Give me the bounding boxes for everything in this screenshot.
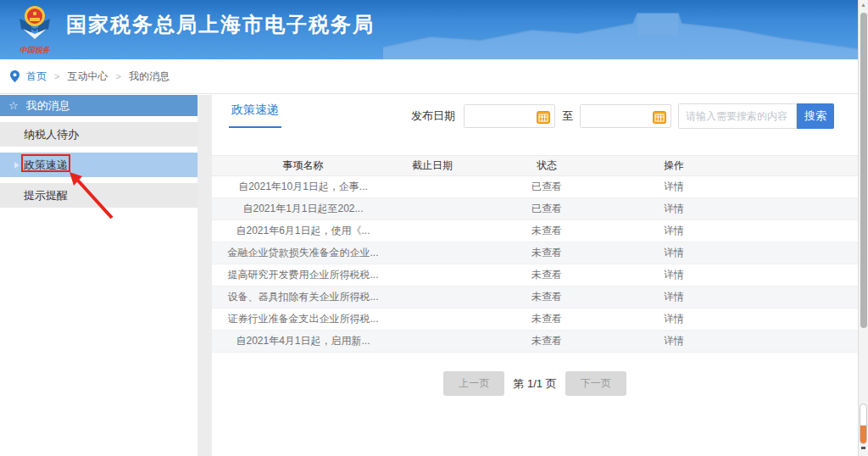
- deadline-cell: [394, 220, 470, 242]
- filler-cell: [725, 198, 858, 220]
- status-badge: 未查看: [470, 309, 623, 331]
- breadcrumb: 首页>互动中心>我的消息: [0, 59, 858, 94]
- prev-page-button[interactable]: 上一页: [443, 371, 504, 396]
- next-page-button[interactable]: 下一页: [565, 371, 626, 396]
- deadline-cell: [394, 176, 470, 198]
- sidebar-divider: [198, 95, 212, 456]
- location-pin-icon: [10, 70, 19, 82]
- sidebar-item-selected[interactable]: 政策速递: [0, 153, 198, 177]
- item-name-cell: 证券行业准备金支出企业所得税...: [212, 309, 394, 331]
- deadline-cell: [394, 264, 470, 286]
- item-name-cell: 自2021年1月1日起至202...: [212, 198, 394, 220]
- detail-link[interactable]: 详情: [623, 220, 725, 242]
- sidebar-header-my-messages: ☆ 我的消息: [0, 95, 198, 116]
- sidebar-item-label: 提示提醒: [24, 188, 68, 203]
- date-to-label: 至: [562, 108, 573, 124]
- great-wall-background: [383, 0, 858, 59]
- calendar-icon[interactable]: [537, 110, 550, 124]
- breadcrumb-item[interactable]: 互动中心: [67, 70, 108, 84]
- tax-bureau-emblem-icon: [16, 3, 53, 41]
- table-row[interactable]: 自2021年10月1日起，企事... 已查看 详情: [212, 176, 858, 198]
- status-badge: 已查看: [470, 198, 623, 220]
- detail-link[interactable]: 详情: [623, 264, 725, 286]
- calendar-icon[interactable]: [653, 110, 666, 124]
- status-badge: 已查看: [470, 176, 623, 198]
- scrollbar-thumb[interactable]: [860, 13, 867, 328]
- agency-logo: 中国税务: [11, 3, 58, 56]
- item-name-cell: 设备、器具扣除有关企业所得税...: [212, 286, 394, 309]
- deadline-cell: [394, 286, 470, 309]
- filler-cell: [725, 242, 858, 264]
- date-to-input[interactable]: [581, 105, 654, 127]
- panel-toolbar: 政策速递 发布日期 至: [212, 95, 858, 136]
- filler-cell: [725, 176, 858, 198]
- table-header: 事项名称截止日期状态操作: [212, 156, 858, 176]
- detail-link[interactable]: 详情: [623, 198, 725, 220]
- deadline-cell: [394, 331, 470, 353]
- breadcrumb-separator: >: [115, 71, 120, 81]
- filler-cell: [725, 264, 858, 286]
- column-header: 状态: [470, 156, 623, 176]
- vertical-scrollbar[interactable]: ▲: [858, 0, 868, 456]
- deadline-cell: [394, 309, 470, 331]
- item-name-cell: 自2021年4月1日起，启用新...: [212, 331, 394, 353]
- item-name-cell: 提高研究开发费用企业所得税税...: [212, 264, 394, 286]
- sidebar-item-[interactable]: 提示提醒: [0, 183, 198, 208]
- status-badge: 未查看: [470, 286, 623, 309]
- column-header: 事项名称: [212, 156, 394, 176]
- star-icon: ☆: [8, 99, 19, 112]
- scrollbar-tick: [861, 447, 865, 449]
- date-from-field[interactable]: [464, 104, 555, 128]
- search-input[interactable]: [678, 103, 797, 129]
- table-body: 自2021年10月1日起，企事... 已查看 详情 自2021年1月1日起至20…: [212, 176, 858, 353]
- table-row[interactable]: 证券行业准备金支出企业所得税... 未查看 详情: [212, 309, 858, 331]
- table-row[interactable]: 提高研究开发费用企业所得税税... 未查看 详情: [212, 264, 858, 286]
- date-from-input[interactable]: [465, 105, 537, 127]
- selected-marker-icon: [14, 162, 19, 169]
- page-title: 国家税务总局上海市电子税务局: [66, 0, 375, 49]
- breadcrumb-separator: >: [54, 71, 59, 81]
- sidebar-item-label: 纳税人待办: [24, 127, 79, 142]
- deadline-cell: [394, 198, 470, 220]
- item-name-cell: 自2021年10月1日起，企事...: [212, 176, 394, 198]
- table-row[interactable]: 自2021年4月1日起，启用新... 未查看 详情: [212, 331, 858, 353]
- sidebar-item-label: 政策速递: [24, 158, 68, 173]
- breadcrumb-item[interactable]: 我的消息: [129, 70, 170, 84]
- filler-cell: [725, 220, 858, 242]
- deadline-cell: [394, 242, 470, 264]
- app-header: 中国税务 国家税务总局上海市电子税务局: [0, 0, 858, 59]
- detail-link[interactable]: 详情: [623, 286, 725, 309]
- status-badge: 未查看: [470, 331, 623, 353]
- column-header: 截止日期: [394, 156, 470, 176]
- detail-link[interactable]: 详情: [623, 331, 725, 353]
- breadcrumb-item[interactable]: 首页: [26, 70, 47, 84]
- arrow-up-icon[interactable]: ▲: [859, 2, 868, 8]
- item-name-cell: 金融企业贷款损失准备金的企业...: [212, 242, 394, 264]
- item-name-cell: 自2021年6月1日起，使用《...: [212, 220, 394, 242]
- content-area: ☆ 我的消息 纳税人待办政策速递提示提醒 政策速递 发布日期: [0, 95, 858, 456]
- date-to-field[interactable]: [580, 104, 671, 128]
- tab-policy-express[interactable]: 政策速递: [229, 103, 281, 128]
- detail-link[interactable]: 详情: [623, 242, 725, 264]
- status-badge: 未查看: [470, 220, 623, 242]
- app-window: 中国税务 国家税务总局上海市电子税务局 首页>互动中心>我的消息 ☆ 我的消息 …: [0, 0, 868, 456]
- filler-cell: [725, 331, 858, 353]
- table-row[interactable]: 金融企业贷款损失准备金的企业... 未查看 详情: [212, 242, 858, 264]
- search-button[interactable]: 搜索: [797, 103, 834, 129]
- filler-cell: [725, 286, 858, 309]
- messages-table: 事项名称截止日期状态操作 自2021年10月1日起，企事... 已查看 详情 自…: [212, 155, 858, 353]
- table-row[interactable]: 自2021年1月1日起至202... 已查看 详情: [212, 198, 858, 220]
- column-header: 操作: [623, 156, 725, 176]
- table-row[interactable]: 设备、器具扣除有关企业所得税... 未查看 详情: [212, 286, 858, 309]
- detail-link[interactable]: 详情: [623, 309, 725, 331]
- scroll-indicator-fill: [860, 425, 866, 443]
- detail-link[interactable]: 详情: [623, 176, 725, 198]
- scroll-indicator-pill[interactable]: [860, 403, 867, 444]
- publish-date-label: 发布日期: [411, 108, 455, 124]
- sidebar-item-[interactable]: 纳税人待办: [0, 122, 198, 147]
- filler-cell: [725, 309, 858, 331]
- status-badge: 未查看: [470, 242, 623, 264]
- sidebar-header-label: 我的消息: [26, 98, 70, 114]
- pagination: 上一页 第 1/1 页 下一页: [212, 371, 858, 396]
- table-row[interactable]: 自2021年6月1日起，使用《... 未查看 详情: [212, 220, 858, 242]
